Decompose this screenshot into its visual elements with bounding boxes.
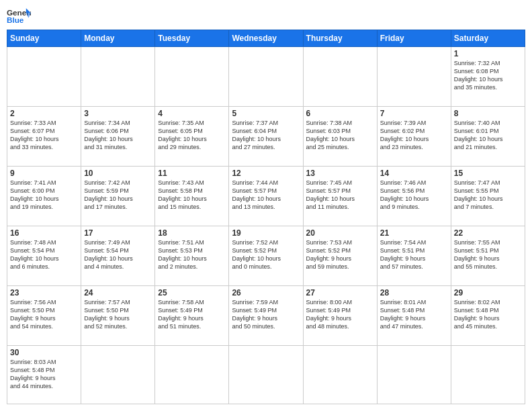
calendar-cell: 19Sunrise: 7:52 AM Sunset: 5:52 PM Dayli… (229, 226, 303, 285)
day-info: Sunrise: 7:45 AM Sunset: 5:57 PM Dayligh… (306, 179, 374, 212)
day-number: 6 (306, 109, 374, 118)
day-info: Sunrise: 8:02 AM Sunset: 5:48 PM Dayligh… (454, 298, 522, 331)
day-number: 7 (380, 109, 448, 118)
calendar-cell (81, 345, 155, 404)
day-info: Sunrise: 7:42 AM Sunset: 5:59 PM Dayligh… (84, 179, 152, 212)
calendar-cell (155, 47, 229, 107)
calendar-cell (155, 345, 229, 404)
calendar-cell: 30Sunrise: 8:03 AM Sunset: 5:48 PM Dayli… (7, 345, 81, 404)
calendar-cell (303, 47, 377, 107)
day-info: Sunrise: 8:00 AM Sunset: 5:49 PM Dayligh… (306, 298, 374, 331)
weekday-friday: Friday (377, 30, 451, 47)
calendar-week-5: 30Sunrise: 8:03 AM Sunset: 5:48 PM Dayli… (7, 345, 525, 404)
day-number: 24 (84, 288, 152, 298)
calendar-cell: 17Sunrise: 7:49 AM Sunset: 5:54 PM Dayli… (81, 226, 155, 285)
day-info: Sunrise: 7:55 AM Sunset: 5:51 PM Dayligh… (454, 238, 522, 271)
page: General Blue SundayMondayTuesdayWednesda… (0, 0, 532, 411)
day-info: Sunrise: 7:40 AM Sunset: 6:01 PM Dayligh… (454, 119, 522, 152)
day-info: Sunrise: 7:52 AM Sunset: 5:52 PM Dayligh… (232, 238, 300, 271)
day-number: 28 (380, 288, 448, 298)
day-number: 8 (454, 109, 522, 118)
calendar-cell: 11Sunrise: 7:43 AM Sunset: 5:58 PM Dayli… (155, 166, 229, 226)
day-number: 12 (232, 169, 300, 178)
day-number: 19 (232, 228, 300, 238)
day-info: Sunrise: 7:41 AM Sunset: 6:00 PM Dayligh… (10, 179, 78, 212)
day-number: 20 (306, 228, 374, 238)
day-info: Sunrise: 7:58 AM Sunset: 5:49 PM Dayligh… (158, 298, 226, 331)
svg-text:Blue: Blue (7, 15, 24, 24)
day-number: 13 (306, 169, 374, 178)
calendar-cell: 13Sunrise: 7:45 AM Sunset: 5:57 PM Dayli… (303, 166, 377, 226)
calendar-cell: 23Sunrise: 7:56 AM Sunset: 5:50 PM Dayli… (7, 285, 81, 345)
day-info: Sunrise: 7:32 AM Sunset: 6:08 PM Dayligh… (454, 59, 522, 92)
day-info: Sunrise: 7:34 AM Sunset: 6:06 PM Dayligh… (84, 119, 152, 152)
weekday-sunday: Sunday (7, 30, 81, 47)
calendar-cell (81, 47, 155, 107)
calendar-cell (229, 47, 303, 107)
day-number: 2 (10, 109, 78, 118)
day-info: Sunrise: 7:59 AM Sunset: 5:49 PM Dayligh… (232, 298, 300, 331)
day-info: Sunrise: 7:51 AM Sunset: 5:53 PM Dayligh… (158, 238, 226, 271)
calendar-cell (451, 345, 525, 404)
calendar-cell: 27Sunrise: 8:00 AM Sunset: 5:49 PM Dayli… (303, 285, 377, 345)
day-number: 11 (158, 169, 226, 178)
day-number: 9 (10, 169, 78, 178)
day-info: Sunrise: 7:47 AM Sunset: 5:55 PM Dayligh… (454, 179, 522, 212)
calendar-cell: 28Sunrise: 8:01 AM Sunset: 5:48 PM Dayli… (377, 285, 451, 345)
calendar-cell: 26Sunrise: 7:59 AM Sunset: 5:49 PM Dayli… (229, 285, 303, 345)
calendar-cell: 24Sunrise: 7:57 AM Sunset: 5:50 PM Dayli… (81, 285, 155, 345)
day-number: 3 (84, 109, 152, 118)
weekday-thursday: Thursday (303, 30, 377, 47)
day-number: 4 (158, 109, 226, 118)
calendar-cell: 14Sunrise: 7:46 AM Sunset: 5:56 PM Dayli… (377, 166, 451, 226)
calendar-week-1: 2Sunrise: 7:33 AM Sunset: 6:07 PM Daylig… (7, 106, 525, 166)
calendar-cell (377, 345, 451, 404)
day-number: 17 (84, 228, 152, 238)
calendar-cell: 6Sunrise: 7:38 AM Sunset: 6:03 PM Daylig… (303, 106, 377, 166)
calendar-week-3: 16Sunrise: 7:48 AM Sunset: 5:54 PM Dayli… (7, 226, 525, 285)
day-info: Sunrise: 7:46 AM Sunset: 5:56 PM Dayligh… (380, 179, 448, 212)
calendar-cell: 8Sunrise: 7:40 AM Sunset: 6:01 PM Daylig… (451, 106, 525, 166)
calendar-cell (7, 47, 81, 107)
calendar-cell: 9Sunrise: 7:41 AM Sunset: 6:00 PM Daylig… (7, 166, 81, 226)
day-number: 16 (10, 228, 78, 238)
logo: General Blue (7, 7, 31, 26)
day-info: Sunrise: 7:54 AM Sunset: 5:51 PM Dayligh… (380, 238, 448, 271)
day-info: Sunrise: 7:57 AM Sunset: 5:50 PM Dayligh… (84, 298, 152, 331)
weekday-monday: Monday (81, 30, 155, 47)
calendar-cell: 21Sunrise: 7:54 AM Sunset: 5:51 PM Dayli… (377, 226, 451, 285)
weekday-saturday: Saturday (451, 30, 525, 47)
calendar-cell: 16Sunrise: 7:48 AM Sunset: 5:54 PM Dayli… (7, 226, 81, 285)
day-number: 22 (454, 228, 522, 238)
day-number: 5 (232, 109, 300, 118)
calendar-cell: 12Sunrise: 7:44 AM Sunset: 5:57 PM Dayli… (229, 166, 303, 226)
day-number: 1 (454, 49, 522, 58)
calendar-cell: 7Sunrise: 7:39 AM Sunset: 6:02 PM Daylig… (377, 106, 451, 166)
day-info: Sunrise: 7:43 AM Sunset: 5:58 PM Dayligh… (158, 179, 226, 212)
day-info: Sunrise: 7:35 AM Sunset: 6:05 PM Dayligh… (158, 119, 226, 152)
calendar-week-4: 23Sunrise: 7:56 AM Sunset: 5:50 PM Dayli… (7, 285, 525, 345)
calendar-cell: 2Sunrise: 7:33 AM Sunset: 6:07 PM Daylig… (7, 106, 81, 166)
calendar-cell (229, 345, 303, 404)
calendar-cell (303, 345, 377, 404)
day-number: 27 (306, 288, 374, 298)
calendar-cell: 29Sunrise: 8:02 AM Sunset: 5:48 PM Dayli… (451, 285, 525, 345)
day-info: Sunrise: 7:48 AM Sunset: 5:54 PM Dayligh… (10, 238, 78, 271)
logo-icon: General Blue (7, 7, 31, 26)
calendar-cell: 1Sunrise: 7:32 AM Sunset: 6:08 PM Daylig… (451, 47, 525, 107)
day-info: Sunrise: 7:49 AM Sunset: 5:54 PM Dayligh… (84, 238, 152, 271)
day-number: 14 (380, 169, 448, 178)
calendar-cell: 5Sunrise: 7:37 AM Sunset: 6:04 PM Daylig… (229, 106, 303, 166)
calendar-week-2: 9Sunrise: 7:41 AM Sunset: 6:00 PM Daylig… (7, 166, 525, 226)
day-info: Sunrise: 7:33 AM Sunset: 6:07 PM Dayligh… (10, 119, 78, 152)
day-info: Sunrise: 7:37 AM Sunset: 6:04 PM Dayligh… (232, 119, 300, 152)
day-number: 10 (84, 169, 152, 178)
weekday-header-row: SundayMondayTuesdayWednesdayThursdayFrid… (7, 30, 525, 47)
weekday-tuesday: Tuesday (155, 30, 229, 47)
calendar-cell: 4Sunrise: 7:35 AM Sunset: 6:05 PM Daylig… (155, 106, 229, 166)
day-number: 25 (158, 288, 226, 298)
day-info: Sunrise: 7:53 AM Sunset: 5:52 PM Dayligh… (306, 238, 374, 271)
day-info: Sunrise: 7:39 AM Sunset: 6:02 PM Dayligh… (380, 119, 448, 152)
calendar-cell: 3Sunrise: 7:34 AM Sunset: 6:06 PM Daylig… (81, 106, 155, 166)
calendar-cell: 20Sunrise: 7:53 AM Sunset: 5:52 PM Dayli… (303, 226, 377, 285)
